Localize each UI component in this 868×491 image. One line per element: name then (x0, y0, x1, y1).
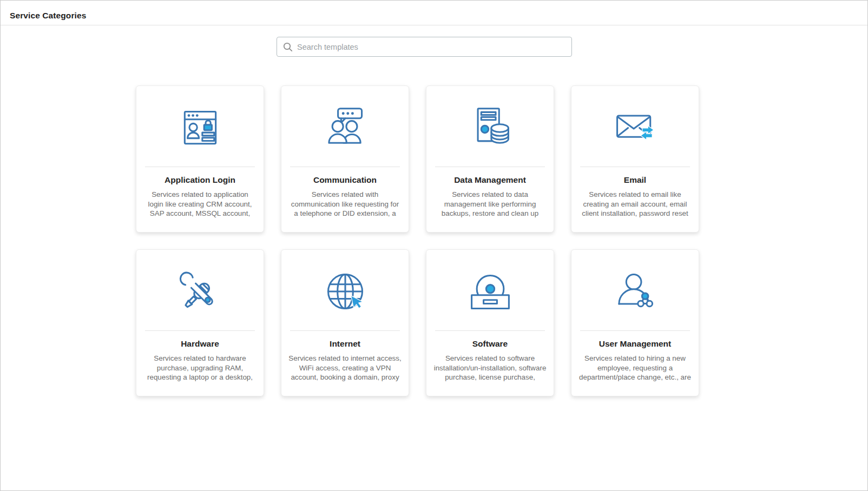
card-divider (145, 167, 255, 167)
category-description: Services related to software installatio… (433, 354, 547, 382)
category-title: Software (431, 339, 549, 349)
card-divider (145, 330, 255, 331)
search-box[interactable] (277, 37, 572, 57)
card-divider (435, 330, 545, 331)
internet-icon (322, 269, 369, 315)
category-description: Services related to internet access, WiF… (288, 354, 402, 382)
data-management-icon (467, 105, 514, 151)
search-input[interactable] (297, 43, 565, 51)
category-card-application-login[interactable]: Application Login Services related to ap… (136, 85, 264, 233)
category-title: User Management (576, 339, 694, 349)
category-description: Services related with communication like… (288, 190, 402, 218)
card-icon-wrap (136, 86, 264, 167)
category-title: Communication (286, 175, 404, 185)
software-icon (467, 269, 514, 315)
page-title: Service Categories (10, 11, 86, 21)
category-description: Services related to application login li… (143, 190, 257, 218)
category-card-hardware[interactable]: Hardware Services related to hardware pu… (136, 249, 264, 396)
card-divider (290, 330, 400, 331)
communication-icon (322, 105, 369, 151)
category-card-email[interactable]: Email Services related to email like cre… (571, 85, 699, 233)
category-card-user-management[interactable]: User Management Services related to hiri… (571, 249, 699, 396)
card-icon-wrap (136, 250, 264, 330)
card-icon-wrap (571, 86, 699, 167)
category-title: Data Management (431, 175, 549, 185)
category-description: Services related to hardware purchase, u… (143, 354, 257, 382)
card-icon-wrap (281, 86, 409, 167)
category-title: Email (576, 175, 694, 185)
category-card-communication[interactable]: Communication Services related with comm… (281, 85, 409, 233)
card-divider (435, 167, 545, 167)
search-icon (283, 42, 293, 52)
user-management-icon (612, 269, 659, 315)
category-description: Services related to hiring a new employe… (578, 354, 692, 382)
category-card-software[interactable]: Software Services related to software in… (426, 249, 554, 396)
category-card-internet[interactable]: Internet Services related to internet ac… (281, 249, 409, 396)
card-icon-wrap (426, 250, 554, 330)
category-description: Services related to data management like… (433, 190, 547, 218)
category-card-data-management[interactable]: Data Management Services related to data… (426, 85, 554, 233)
category-description: Services related to email like creating … (578, 190, 692, 218)
card-icon-wrap (571, 250, 699, 330)
card-icon-wrap (281, 250, 409, 330)
card-divider (580, 167, 690, 167)
category-title: Application Login (141, 175, 259, 185)
card-icon-wrap (426, 86, 554, 167)
category-title: Hardware (141, 339, 259, 349)
category-title: Internet (286, 339, 404, 349)
header-divider (1, 25, 867, 25)
service-categories-page: Service Categories (0, 0, 868, 491)
email-icon (612, 105, 659, 151)
card-divider (290, 167, 400, 167)
category-grid: Application Login Services related to ap… (136, 85, 699, 396)
card-divider (580, 330, 690, 331)
hardware-icon (177, 269, 223, 315)
application-login-icon (177, 105, 223, 151)
